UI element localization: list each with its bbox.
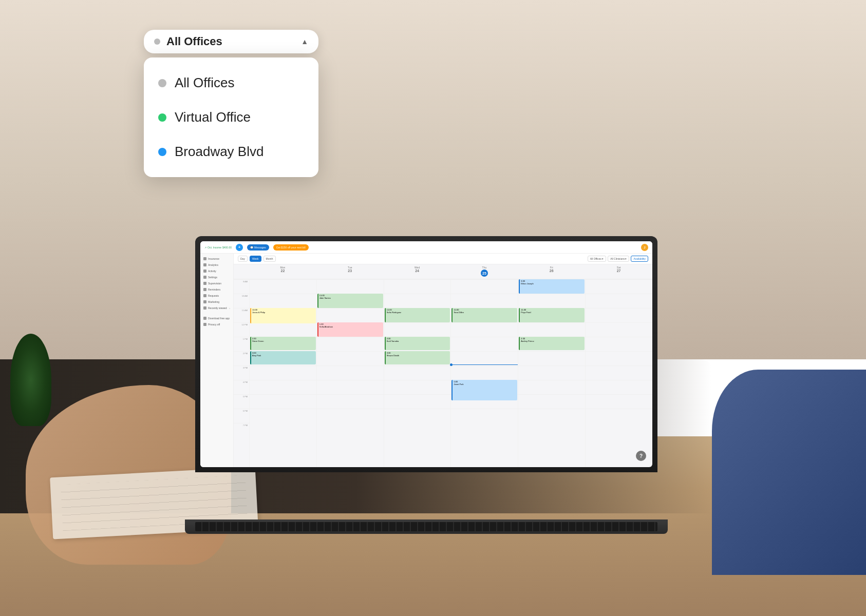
event-mon-2[interactable]: 2:30 Steve Green xyxy=(250,337,316,350)
event-client: Jonas & Philip xyxy=(252,311,315,314)
saturday-header: Sat 27 xyxy=(585,264,652,279)
office-option-broadway[interactable]: Broadway Blvd xyxy=(144,134,318,169)
income-trend-icon: ↗ xyxy=(204,246,206,249)
wednesday-header: Wed 24 xyxy=(384,264,451,279)
event-mon-3[interactable]: 3:00 Amy Park xyxy=(250,351,316,364)
offices-filter[interactable]: All Offices ▾ xyxy=(588,256,606,262)
event-client: Sofia Abraham xyxy=(319,325,382,328)
time-5pm: 5 PM xyxy=(234,394,249,409)
time-9am: 9 AM xyxy=(234,279,249,294)
laptop-lid: ↗ Oct. Income $400.00 + 💬 Messages Get $… xyxy=(195,236,657,472)
event-wed-2[interactable]: 2:30 Kodi Yamaha xyxy=(385,337,450,350)
laptop-screen: ↗ Oct. Income $400.00 + 💬 Messages Get $… xyxy=(200,241,652,467)
laptop-keyboard xyxy=(195,522,657,531)
sidebar-item-requests[interactable]: Requests xyxy=(200,293,233,299)
sidebar-item-recently-viewed[interactable]: Recently viewed › xyxy=(200,305,233,311)
user-avatar[interactable]: J xyxy=(641,244,648,251)
chevron-right-icon: › xyxy=(229,306,230,310)
virtual-office-label: Virtual Office xyxy=(175,109,251,125)
office-selector-trigger[interactable]: All Offices ▲ xyxy=(144,30,318,53)
wednesday-col: 11:00 Sofia Rodriguez 2:30 Kodi Yamaha 3… xyxy=(384,279,451,467)
week-view-button[interactable]: Week xyxy=(250,256,261,262)
office-dropdown: All Offices Virtual Office Broadway Blvd xyxy=(144,57,318,177)
sidebar-item-insurance[interactable]: Insurance xyxy=(200,256,233,262)
calendar-grid: Mon 22 Tue 23 Wed 24 xyxy=(234,264,652,467)
event-fri-1[interactable]: 9:00 Ethan Joseph xyxy=(519,279,585,294)
event-fri-2[interactable]: 11:00 Priya Patel xyxy=(519,308,585,322)
current-time-line xyxy=(451,364,518,365)
saturday-col xyxy=(585,279,652,467)
help-button[interactable]: ? xyxy=(636,451,646,461)
messages-label: Messages xyxy=(254,246,266,249)
broadway-blvd-dot xyxy=(158,148,166,156)
app-sidebar: Insurance Analytics Activity Settin xyxy=(200,254,234,467)
chevron-down-icon: ▾ xyxy=(602,257,604,260)
time-3pm: 3 PM xyxy=(234,365,249,380)
event-tue-2[interactable]: 1:00 Sofia Abraham xyxy=(317,322,383,337)
sidebar-item-download-app[interactable]: Download free app xyxy=(200,315,233,321)
all-offices-label: All Offices xyxy=(175,75,235,91)
sidebar-item-settings[interactable]: Settings xyxy=(200,274,233,280)
calendar-header: Mon 22 Tue 23 Wed 24 xyxy=(234,264,652,279)
all-offices-dot xyxy=(158,79,166,87)
app-body: Insurance Analytics Activity Settin xyxy=(200,254,652,467)
event-client: Kodi Yamaha xyxy=(387,340,449,342)
friday-col: 9:00 Ethan Joseph 11:00 Priya Patel 2:30 xyxy=(518,279,585,467)
event-client: Amy Park xyxy=(252,354,315,357)
event-mon-1[interactable]: 11:00 Jonas & Philip xyxy=(250,308,316,323)
month-view-button[interactable]: Month xyxy=(263,256,276,262)
income-label: Oct. Income xyxy=(208,246,221,249)
friday-header: Fri 26 xyxy=(518,264,585,279)
time-2pm: 2 PM xyxy=(234,351,249,365)
event-client: Janet Pork xyxy=(454,383,516,386)
time-6pm: 6 PM xyxy=(234,409,249,423)
income-display: ↗ Oct. Income $400.00 xyxy=(204,246,232,249)
virtual-office-dot xyxy=(158,113,166,122)
time-1pm: 1 PM xyxy=(234,337,249,351)
sidebar-item-privacy[interactable]: Privacy off xyxy=(200,321,233,328)
insurance-icon xyxy=(203,257,206,260)
office-option-all[interactable]: All Offices xyxy=(144,66,318,100)
time-7pm: 7 PM xyxy=(234,423,249,437)
messages-button[interactable]: 💬 Messages xyxy=(247,244,269,251)
office-option-virtual[interactable]: Virtual Office xyxy=(144,100,318,134)
app-topbar: ↗ Oct. Income $400.00 + 💬 Messages Get $… xyxy=(200,241,652,254)
event-thu-1[interactable]: 11:00 Sara Dillen xyxy=(451,308,517,322)
event-client: Andrey Petrov xyxy=(521,340,583,342)
sidebar-item-supervision[interactable]: Supervision xyxy=(200,280,233,286)
availability-button[interactable]: Availability xyxy=(631,256,648,262)
event-wed-3[interactable]: 3:30 Shawn Dimith xyxy=(385,351,450,364)
download-icon xyxy=(203,317,206,320)
sidebar-item-analytics[interactable]: Analytics xyxy=(200,262,233,268)
thursday-col: 11:00 Sara Dillen 5:00 Janet Pork xyxy=(450,279,518,467)
add-button[interactable]: + xyxy=(236,244,243,251)
tuesday-header: Tue 23 xyxy=(316,264,384,279)
selector-dot-icon xyxy=(154,38,160,45)
privacy-icon xyxy=(203,323,206,326)
recently-viewed-icon xyxy=(203,306,206,310)
day-view-button[interactable]: Day xyxy=(238,256,248,262)
chevron-up-icon: ▲ xyxy=(301,37,308,46)
event-client: Jake Santos xyxy=(319,297,382,299)
event-client: Steve Green xyxy=(252,340,315,342)
selector-trigger-label: All Offices xyxy=(166,35,222,48)
sidebar-item-marketing[interactable]: Marketing xyxy=(200,299,233,305)
time-4pm: 4 PM xyxy=(234,380,249,394)
calendar-toolbar: Day Week Month All Offices ▾ All Clinici… xyxy=(234,254,652,264)
income-value: $400.00 xyxy=(222,246,232,249)
event-wed-1[interactable]: 11:00 Sofia Rodriguez xyxy=(385,308,450,322)
laptop-base xyxy=(185,519,668,534)
event-tue-1[interactable]: 11:00 Jake Santos xyxy=(317,294,383,308)
reminders-icon xyxy=(203,288,206,291)
broadway-blvd-label: Broadway Blvd xyxy=(175,144,263,160)
event-thu-2[interactable]: 5:00 Janet Pork xyxy=(451,380,517,400)
marketing-icon xyxy=(203,300,206,303)
event-client: Ethan Joseph xyxy=(521,282,583,285)
office-selector-container: All Offices ▲ All Offices Virtual Office… xyxy=(144,30,318,177)
monday-header: Mon 22 xyxy=(249,264,316,279)
sidebar-item-reminders[interactable]: Reminders xyxy=(200,286,233,293)
sidebar-item-activity[interactable]: Activity xyxy=(200,268,233,274)
clinicians-filter[interactable]: All Clinicians ▾ xyxy=(608,256,629,262)
event-fri-3[interactable]: 2:30 Andrey Petrov xyxy=(519,337,585,350)
settings-icon xyxy=(203,276,206,279)
